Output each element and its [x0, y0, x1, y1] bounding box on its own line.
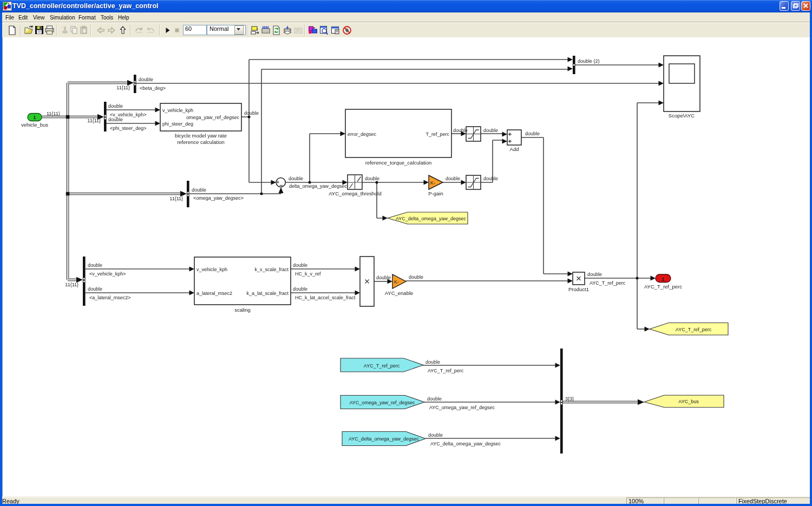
svg-text:AYC_T_ref_perc: AYC_T_ref_perc [644, 284, 682, 290]
svg-text:vehicle_bus: vehicle_bus [21, 122, 48, 128]
svg-text:double: double [108, 103, 123, 109]
svg-text:double: double [376, 275, 391, 280]
svg-text:AYC_delta_omega_yaw_degsec: AYC_delta_omega_yaw_degsec [396, 216, 466, 221]
svg-text:HC_k_lat_accel_scale_fract: HC_k_lat_accel_scale_fract [295, 295, 356, 300]
svg-text:double: double [365, 176, 379, 181]
svg-text:double: double [192, 187, 206, 193]
svg-text:K-: K- [394, 279, 399, 285]
svg-text:AYC_enable: AYC_enable [385, 290, 414, 296]
svg-text:3{3}: 3{3} [565, 396, 574, 402]
svg-text:double: double [425, 359, 440, 365]
svg-text:<phi_steer_deg>: <phi_steer_deg> [110, 126, 147, 131]
svg-text:double: double [446, 176, 460, 181]
svg-text:reference_torque_calculation: reference_torque_calculation [365, 160, 432, 166]
svg-text:double: double [409, 274, 423, 280]
svg-text:11{11}: 11{11} [47, 111, 60, 116]
svg-text:AYC_T_ref_perc: AYC_T_ref_perc [428, 368, 464, 373]
svg-text:k_v_scale_fract: k_v_scale_fract [254, 267, 289, 272]
svg-text:AYC_T_ref_perc: AYC_T_ref_perc [590, 280, 626, 286]
svg-text:P-gain: P-gain [428, 190, 443, 196]
svg-text:Product1: Product1 [568, 286, 589, 292]
svg-text:T_ref_perc: T_ref_perc [425, 132, 449, 137]
svg-text:double: double [525, 131, 540, 136]
svg-text:Scope\AYC: Scope\AYC [669, 113, 695, 119]
svg-text:a_lateral_msec2: a_lateral_msec2 [197, 291, 232, 296]
svg-text:omega_yaw_ref_degsec: omega_yaw_ref_degsec [186, 115, 240, 120]
svg-text:11{11}: 11{11} [169, 196, 183, 201]
svg-text:v_vehicle_kph: v_vehicle_kph [162, 108, 193, 113]
svg-text:HC_k_v_ref: HC_k_v_ref [295, 271, 321, 277]
svg-text:AYC_bus: AYC_bus [678, 399, 699, 404]
svg-text:11{11}: 11{11} [65, 282, 78, 287]
svg-text:AYC_delta_omega_yaw_degsec: AYC_delta_omega_yaw_degsec [349, 436, 419, 442]
svg-text:delta_omega_yaw_degsec: delta_omega_yaw_degsec [289, 183, 348, 189]
svg-text:error_degsec: error_degsec [348, 132, 377, 137]
svg-text:double: double [289, 176, 303, 181]
svg-text:<beta_deg>: <beta_deg> [140, 86, 166, 91]
svg-text:AYC_delta_omega_yaw_degsec: AYC_delta_omega_yaw_degsec [430, 441, 501, 446]
svg-text:double: double [139, 77, 153, 82]
svg-text:AYC_omega_yaw_ref_degsec: AYC_omega_yaw_ref_degsec [350, 400, 415, 405]
svg-text:double: double [427, 396, 442, 402]
svg-text:1: 1 [33, 115, 36, 120]
svg-text:<omega_yaw_degsec>: <omega_yaw_degsec> [193, 195, 244, 201]
svg-text:double: double [244, 110, 259, 116]
svg-text:phi_steer_deg: phi_steer_deg [162, 121, 193, 127]
svg-text:double (2): double (2) [578, 58, 600, 64]
svg-text:AYC_T_ref_perc: AYC_T_ref_perc [364, 363, 400, 369]
svg-text:11{11}: 11{11} [116, 85, 130, 90]
svg-text:reference calculation: reference calculation [177, 139, 225, 145]
svg-text:11{11}: 11{11} [87, 118, 101, 123]
svg-text:AYC_T_ref_perc: AYC_T_ref_perc [676, 327, 712, 332]
svg-text:double: double [587, 272, 602, 277]
svg-text:double: double [88, 286, 102, 292]
svg-text:double: double [293, 262, 307, 268]
svg-text:<a_lateral_msec2>: <a_lateral_msec2> [89, 295, 131, 300]
svg-text:K-: K- [430, 180, 435, 186]
svg-text:scaling: scaling [234, 307, 251, 313]
svg-text:v_vehicle_kph: v_vehicle_kph [197, 267, 227, 272]
svg-text:double: double [293, 286, 307, 292]
svg-text:double: double [108, 117, 123, 122]
svg-text:1: 1 [662, 277, 664, 282]
svg-text:double: double [88, 262, 102, 268]
svg-text:double: double [483, 128, 498, 133]
svg-text:double: double [483, 176, 498, 181]
svg-text:bicycle model yaw rate: bicycle model yaw rate [175, 133, 227, 139]
svg-text:double: double [453, 128, 468, 133]
svg-text:double: double [428, 432, 443, 438]
svg-text:k_a_lat_scale_fract: k_a_lat_scale_fract [246, 291, 289, 296]
svg-text:<v_vehicle_kph>: <v_vehicle_kph> [89, 271, 126, 277]
svg-text:AYC_omega_yaw_ref_degsec: AYC_omega_yaw_ref_degsec [429, 405, 495, 410]
svg-text:Add: Add [510, 146, 519, 152]
svg-text:AYC_omega_threshold: AYC_omega_threshold [329, 190, 382, 196]
